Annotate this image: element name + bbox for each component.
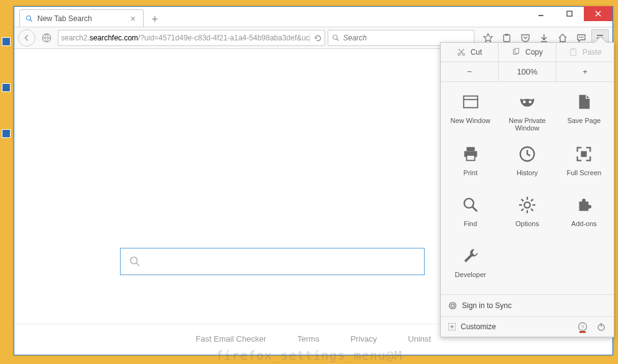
footer-link[interactable]: Uninst <box>408 334 431 344</box>
menu-options[interactable]: Options <box>500 190 554 239</box>
zoom-row: − 100% + <box>441 62 614 82</box>
url-bar[interactable]: search2.searchfec.com/?uid=4571d49e-c83d… <box>58 30 325 46</box>
footer-link[interactable]: Fast Email Checker <box>196 334 266 344</box>
svg-point-4 <box>27 16 31 20</box>
search-input[interactable] <box>343 34 471 42</box>
copy-icon <box>512 48 520 57</box>
svg-point-11 <box>579 37 581 38</box>
svg-rect-31 <box>466 147 474 152</box>
close-button[interactable] <box>584 6 612 21</box>
url-pre: search2. <box>61 34 90 42</box>
svg-rect-1 <box>567 11 572 16</box>
url-path: /?uid=4571d49e-c83d-4f21-a1a4-54b98aba3d… <box>138 34 310 42</box>
svg-point-38 <box>524 202 530 207</box>
svg-point-12 <box>581 37 582 38</box>
back-button[interactable] <box>18 29 35 47</box>
svg-rect-27 <box>463 96 477 108</box>
search-icon <box>331 34 341 42</box>
desktop-shortcut-icon <box>2 129 11 138</box>
menu-item-label: Print <box>463 169 477 176</box>
desktop-shortcut-icon <box>2 83 11 92</box>
svg-rect-25 <box>570 49 576 56</box>
svg-point-30 <box>528 101 532 104</box>
svg-rect-35 <box>581 151 587 157</box>
cut-label: Cut <box>471 48 482 57</box>
menu-developer[interactable]: Developer <box>443 241 497 289</box>
menu-find[interactable]: Find <box>443 190 497 239</box>
zoom-out-button[interactable]: − <box>441 62 499 81</box>
menu-print[interactable]: Print <box>443 139 497 188</box>
search-icon <box>129 256 141 267</box>
menu-new-private-window[interactable]: New Private Window <box>500 87 554 137</box>
mask-icon <box>517 92 537 112</box>
svg-point-13 <box>583 37 584 38</box>
paste-button: Paste <box>556 43 614 61</box>
scissors-icon <box>457 48 466 57</box>
reload-button[interactable] <box>310 34 322 42</box>
svg-rect-24 <box>515 48 519 53</box>
search-icon <box>461 195 481 215</box>
svg-point-36 <box>464 199 473 208</box>
svg-rect-33 <box>466 155 474 160</box>
sign-in-to-sync[interactable]: Sign in to Sync <box>441 294 614 316</box>
hamburger-menu-panel: Cut Copy Paste − 100% + New Window New P… <box>440 42 614 337</box>
svg-line-5 <box>30 19 32 21</box>
menu-save-page[interactable]: Save Page <box>557 87 611 137</box>
printer-icon <box>461 144 481 164</box>
tab-close-button[interactable]: × <box>128 14 138 24</box>
svg-line-37 <box>472 207 477 212</box>
menu-item-label: Save Page <box>567 117 601 124</box>
clipboard-row: Cut Copy Paste <box>441 43 614 62</box>
customize-label: Customize <box>461 322 496 331</box>
menu-history[interactable]: History <box>500 139 554 188</box>
svg-point-29 <box>523 101 526 104</box>
identity-icon[interactable] <box>38 29 55 47</box>
svg-rect-26 <box>572 48 574 50</box>
zoom-level[interactable]: 100% <box>499 62 556 81</box>
svg-point-7 <box>333 35 337 40</box>
help-icon[interactable]: ? <box>578 322 588 332</box>
sign-in-label: Sign in to Sync <box>462 301 512 310</box>
menu-full-screen[interactable]: Full Screen <box>557 139 611 188</box>
menu-item-label: History <box>517 169 538 176</box>
tab-title: New Tab Search <box>37 14 92 23</box>
menu-addons[interactable]: Add-ons <box>557 190 611 239</box>
window-icon <box>461 92 481 112</box>
svg-line-44 <box>531 209 533 211</box>
menu-new-window[interactable]: New Window <box>443 87 497 137</box>
page-search-box[interactable] <box>120 248 425 275</box>
menu-item-label: Full Screen <box>567 169 602 176</box>
new-tab-button[interactable]: + <box>147 12 162 27</box>
svg-rect-10 <box>505 34 509 36</box>
copy-label: Copy <box>525 48 543 57</box>
puzzle-icon <box>574 195 594 215</box>
notification-dot <box>579 331 586 333</box>
menu-grid: New Window New Private Window Save Page … <box>441 82 614 294</box>
plus-icon <box>448 323 456 330</box>
zoom-in-button[interactable]: + <box>556 62 614 81</box>
maximize-button[interactable] <box>555 6 584 21</box>
cut-button[interactable]: Cut <box>441 43 499 61</box>
power-icon[interactable] <box>596 322 606 332</box>
customize-row[interactable]: Customize ? <box>441 316 614 337</box>
minimize-button[interactable] <box>527 6 555 21</box>
svg-line-46 <box>531 199 533 201</box>
tab-active[interactable]: New Tab Search × <box>19 9 144 27</box>
svg-point-47 <box>450 303 456 309</box>
menu-item-label: Find <box>464 220 477 227</box>
footer-link[interactable]: Privacy <box>351 334 377 344</box>
svg-point-17 <box>131 257 137 264</box>
menu-item-label: Options <box>515 220 539 227</box>
menu-item-label: New Window <box>451 117 491 124</box>
fullscreen-icon <box>574 144 594 164</box>
svg-line-45 <box>522 209 523 211</box>
menu-item-label: Developer <box>455 271 486 278</box>
gear-icon <box>517 195 537 215</box>
url-text: search2.searchfec.com/?uid=4571d49e-c83d… <box>61 34 310 42</box>
menu-item-label: New Private Window <box>501 117 553 132</box>
copy-button[interactable]: Copy <box>499 43 556 61</box>
svg-line-18 <box>136 263 139 266</box>
menu-item-label: Add-ons <box>571 220 597 227</box>
footer-link[interactable]: Terms <box>297 334 319 344</box>
paste-icon <box>569 48 578 57</box>
